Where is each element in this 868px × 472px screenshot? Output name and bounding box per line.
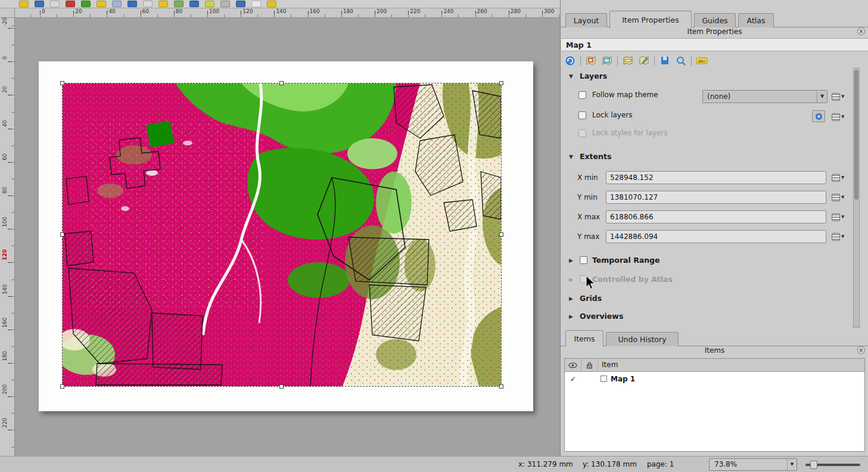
overviews-group-header[interactable]: ▶ Overviews [569,312,623,321]
follow-map-theme-checkbox[interactable] [578,91,586,99]
layout-canvas[interactable] [15,18,560,456]
data-defined-override-button[interactable]: ▼ [832,111,848,123]
controlled-by-atlas-checkbox [580,275,587,283]
toolbar-icon[interactable] [50,1,60,7]
tab-items[interactable]: Items [565,330,603,346]
lock-icon [586,362,593,369]
resize-handle-middle-right[interactable] [499,232,503,237]
items-table: Item ✓ Map 1 [564,358,865,452]
scrollbar-thumb[interactable] [854,70,858,200]
lock-column-header[interactable] [581,359,598,371]
resize-handle-bottom-left[interactable] [60,384,64,389]
toolbar-icon[interactable] [112,1,122,7]
data-defined-override-button[interactable]: ▼ [832,211,848,223]
tab-layout[interactable]: Layout [565,13,607,27]
edit-map-extent-icon[interactable] [638,55,650,67]
toolbar-icon[interactable] [267,1,276,7]
ruler-label: 20 [75,8,82,14]
layers-group-header[interactable]: ▼ Layers [569,72,607,80]
data-defined-override-button[interactable]: ▼ [832,191,848,203]
toolbar-icon[interactable] [66,1,75,7]
ruler-label: 20 [2,86,8,93]
toolbar-icon[interactable] [158,1,168,7]
toolbar-icon[interactable] [174,1,183,7]
zoom-slider-handle[interactable] [810,461,817,469]
tab-item-properties[interactable]: Item Properties [609,11,692,28]
tab-undo-history[interactable]: Undo History [606,332,679,346]
lock-styles-checkbox [578,129,586,137]
xmin-input[interactable]: 528948.152 [606,171,826,184]
update-map-preview-icon[interactable] [564,55,576,67]
tab-guides[interactable]: Guides [694,13,736,27]
item-checkbox[interactable] [601,375,607,382]
toolbar-icon[interactable] [35,1,44,7]
map-theme-select[interactable]: (none) ▼ [702,90,827,103]
bookmark-icon[interactable] [659,55,671,67]
ruler-tick [542,11,543,17]
eye-icon [568,362,577,368]
close-panel-icon[interactable]: × [857,27,865,35]
view-map-extent-icon[interactable] [601,55,613,67]
toolbar-icon[interactable] [205,1,214,7]
cursor-y-readout: y: 130.178 mm [583,460,637,468]
toolbar-icon[interactable] [143,1,153,7]
data-defined-override-button[interactable]: ▼ [832,91,848,103]
chevron-down-icon: ▼ [841,215,844,219]
temporal-range-checkbox[interactable] [580,256,587,264]
toolbar-icon[interactable] [127,1,137,7]
item-label: Map 1 [611,375,635,383]
ymax-input[interactable]: 1442886.094 [606,230,826,243]
toolbar-icon[interactable] [81,1,91,7]
ruler-tick [8,28,14,29]
zoom-level-select[interactable]: 73.8% ▼ [709,458,797,471]
ruler-label: 0 [2,56,8,60]
xmax-input[interactable]: 618806.866 [606,210,826,223]
ruler-label: 0 [42,8,45,14]
zoom-slider[interactable] [805,464,860,466]
ruler-corner [0,8,15,18]
set-scale-icon[interactable] [622,55,634,67]
toolbar-icon[interactable] [236,1,245,7]
ruler-tick [8,430,14,430]
toolbar-icon[interactable] [97,1,106,7]
visibility-column-header[interactable] [565,359,581,371]
labeling-settings-icon[interactable]: abc [696,55,708,67]
lock-layers-checkbox[interactable] [578,111,586,119]
toolbar-icon[interactable] [189,1,199,7]
extents-group-header[interactable]: ▼ Extents [569,152,611,161]
chevron-down-icon: ▼ [841,234,844,239]
ruler-tick [73,11,74,17]
tab-atlas[interactable]: Atlas [738,13,774,27]
toolbar-icon[interactable] [251,1,261,7]
grids-group-header[interactable]: ▶ Grids [569,294,602,303]
search-map-icon[interactable] [675,55,687,67]
item-visibility-check[interactable]: ✓ [565,375,581,383]
xmax-label: X max [577,213,600,221]
ruler-tick [8,162,14,163]
resize-handle-bottom-middle[interactable] [279,384,284,389]
resize-handle-bottom-right[interactable] [499,384,503,389]
resize-handle-middle-left[interactable] [60,232,64,237]
temporal-range-group-header[interactable]: ▶ Temporal Range [569,256,660,265]
toolbar-icon[interactable] [19,1,29,7]
data-defined-override-button[interactable]: ▼ [832,172,848,184]
close-items-panel-icon[interactable]: × [857,346,865,354]
set-layers-from-canvas-button[interactable] [812,110,825,122]
resize-handle-top-left[interactable] [60,81,64,85]
map-item-map1[interactable] [63,83,501,386]
data-defined-override-button[interactable]: ▼ [832,231,848,243]
status-bar: x: 311.279 mm y: 130.178 mm page: 1 73.8… [0,456,868,472]
resize-handle-top-right[interactable] [499,81,503,85]
table-row[interactable]: ✓ Map 1 [565,372,864,386]
chevron-down-icon: ▼ [569,154,575,160]
ymin-label: Y min [577,193,598,201]
set-map-canvas-extent-icon[interactable] [585,55,597,67]
ruler-label: 40 [2,120,8,126]
ymin-input[interactable]: 1381070.127 [606,191,826,204]
toolbar-icon[interactable] [220,1,230,7]
ruler-label: 120 [2,250,8,261]
item-column-header[interactable]: Item [598,359,864,371]
resize-handle-top-middle[interactable] [279,81,284,85]
lock-layers-label: Lock layers [592,111,633,119]
properties-scrollbar[interactable] [853,68,860,328]
